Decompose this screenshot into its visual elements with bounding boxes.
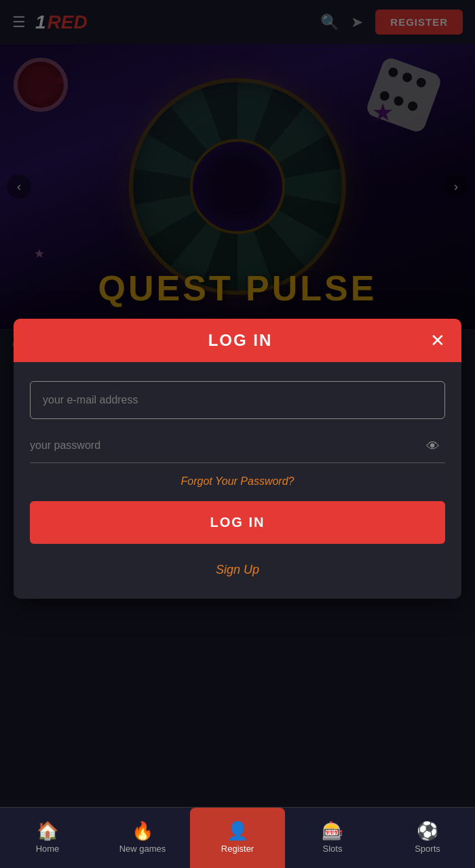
modal-header: LOG IN ✕	[14, 319, 461, 362]
login-modal: LOG IN ✕ 👁 Forgot Your Password? LOG IN …	[14, 319, 461, 599]
signup-link[interactable]: Sign Up	[30, 563, 445, 577]
sports-icon: ⚽	[417, 822, 438, 840]
new-games-icon: 🔥	[132, 822, 153, 840]
toggle-password-icon[interactable]: 👁	[426, 438, 440, 454]
email-input[interactable]	[30, 381, 445, 419]
nav-item-new-games[interactable]: 🔥 New games	[95, 808, 190, 868]
modal-body: 👁 Forgot Your Password? LOG IN Sign Up	[14, 362, 461, 599]
nav-item-register[interactable]: 👤 Register	[190, 808, 285, 868]
login-button[interactable]: LOG IN	[30, 501, 445, 544]
nav-item-sports[interactable]: ⚽ Sports	[380, 808, 475, 868]
modal-title: LOG IN	[50, 331, 430, 350]
modal-close-button[interactable]: ✕	[430, 332, 445, 349]
nav-item-home[interactable]: 🏠 Home	[0, 808, 95, 868]
nav-item-slots[interactable]: 🎰 Slots	[285, 808, 380, 868]
nav-label-new-games: New games	[119, 844, 166, 854]
nav-label-register: Register	[221, 844, 254, 854]
slots-icon: 🎰	[322, 822, 343, 840]
bottom-nav: 🏠 Home 🔥 New games 👤 Register 🎰 Slots ⚽ …	[0, 807, 475, 868]
password-wrapper: 👁	[30, 429, 445, 463]
register-icon: 👤	[227, 822, 248, 840]
password-input[interactable]	[30, 429, 445, 463]
modal-overlay: LOG IN ✕ 👁 Forgot Your Password? LOG IN …	[0, 0, 475, 868]
home-icon: 🏠	[37, 822, 58, 840]
nav-label-sports: Sports	[415, 844, 440, 854]
forgot-password-link[interactable]: Forgot Your Password?	[30, 475, 445, 488]
nav-label-home: Home	[36, 844, 60, 854]
nav-label-slots: Slots	[323, 844, 343, 854]
